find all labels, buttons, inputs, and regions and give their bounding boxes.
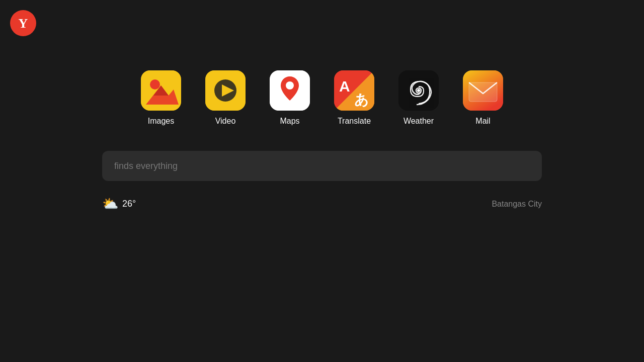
app-icon-images — [141, 70, 181, 111]
weather-left: ⛅ 26° — [102, 196, 136, 212]
weather-temperature: 26° — [122, 199, 136, 209]
app-item-weather[interactable]: Weather — [398, 70, 439, 126]
app-label-weather: Weather — [404, 117, 434, 126]
mail-icon — [463, 70, 503, 111]
app-item-images[interactable]: Images — [141, 70, 181, 126]
app-label-maps: Maps — [280, 117, 299, 126]
app-icon-mail — [463, 70, 503, 111]
translate-icon: A あ — [334, 70, 374, 111]
search-container — [102, 151, 542, 181]
weather-city: Batangas City — [492, 200, 542, 209]
svg-text:あ: あ — [354, 92, 369, 108]
yandex-logo-letter: Y — [19, 17, 28, 30]
app-label-translate: Translate — [338, 117, 371, 126]
app-icon-translate: A あ — [334, 70, 374, 111]
weather-app-icon — [398, 70, 439, 111]
weather-condition-icon: ⛅ — [102, 196, 118, 212]
app-icon-maps — [270, 70, 310, 111]
weather-bar: ⛅ 26° Batangas City — [102, 196, 542, 212]
images-icon — [141, 70, 181, 111]
app-label-video: Video — [215, 117, 236, 126]
app-label-images: Images — [148, 117, 174, 126]
app-item-maps[interactable]: Maps — [270, 70, 310, 126]
svg-point-1 — [150, 79, 160, 89]
app-icon-weather — [398, 70, 439, 111]
app-icon-video — [205, 70, 246, 111]
app-item-mail[interactable]: Mail — [463, 70, 503, 126]
apps-row: Images Video Maps — [141, 70, 503, 126]
search-input[interactable] — [102, 151, 542, 181]
app-label-mail: Mail — [475, 117, 490, 126]
yandex-logo[interactable]: Y — [10, 10, 36, 36]
app-item-translate[interactable]: A あ Translate — [334, 70, 374, 126]
svg-point-8 — [286, 81, 294, 89]
app-item-video[interactable]: Video — [205, 70, 246, 126]
svg-point-15 — [417, 89, 420, 92]
video-icon — [205, 70, 246, 111]
svg-text:A: A — [339, 78, 350, 95]
maps-icon — [270, 70, 310, 111]
